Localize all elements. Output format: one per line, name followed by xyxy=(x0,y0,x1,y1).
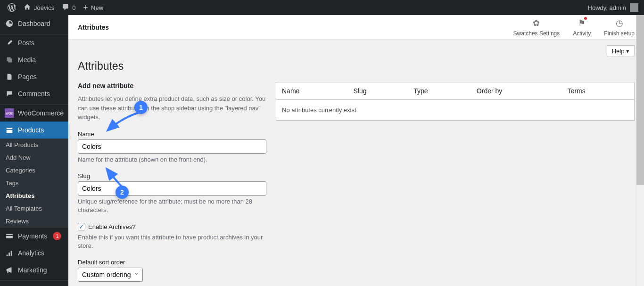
comments-count: 0 xyxy=(72,4,75,11)
empty-message: No attributes currently exist. xyxy=(276,100,635,121)
menu-pages[interactable]: Pages xyxy=(0,68,68,85)
new-link[interactable]: + New xyxy=(80,0,107,15)
swatches-settings-button[interactable]: ✿ Swatches Settings xyxy=(513,18,560,37)
annotation-badge-2: 2 xyxy=(116,186,129,199)
media-icon xyxy=(5,55,14,65)
submenu-reviews[interactable]: Reviews xyxy=(0,215,68,228)
menu-posts[interactable]: Posts xyxy=(0,34,68,51)
menu-products[interactable]: Products xyxy=(0,122,68,139)
avatar[interactable] xyxy=(630,3,638,12)
action-label: Swatches Settings xyxy=(513,30,560,37)
menu-woocommerce[interactable]: woo WooCommerce xyxy=(0,105,68,122)
sort-select[interactable]: Custom ordering xyxy=(78,268,143,282)
menu-payments[interactable]: Payments 1 xyxy=(0,228,68,245)
products-icon xyxy=(5,125,14,135)
breadcrumb: Attributes xyxy=(78,24,109,31)
admin-sidebar: Dashboard Posts Media Pages Comments woo… xyxy=(0,0,68,286)
submenu-add-new[interactable]: Add New xyxy=(0,151,68,164)
help-label: Help xyxy=(612,48,625,55)
comments-icon xyxy=(5,89,14,98)
menu-label: Analytics xyxy=(18,249,44,257)
pin-icon xyxy=(5,38,14,48)
action-label: Finish setup xyxy=(604,30,635,37)
page-header: Attributes ✿ Swatches Settings ⚑ Activit… xyxy=(68,15,644,40)
scrollbar[interactable] xyxy=(636,15,644,286)
submenu-categories[interactable]: Categories xyxy=(0,164,68,177)
payments-badge: 1 xyxy=(53,232,61,240)
products-submenu: All Products Add New Categories Tags Att… xyxy=(0,139,68,228)
gear-icon: ✿ xyxy=(533,18,540,28)
menu-label: Media xyxy=(18,56,36,64)
menu-label: Pages xyxy=(18,73,37,81)
menu-marketing[interactable]: Marketing xyxy=(0,261,68,278)
name-input[interactable] xyxy=(78,139,266,154)
payments-icon xyxy=(5,231,14,241)
slug-input[interactable] xyxy=(78,181,266,196)
wordpress-icon xyxy=(8,3,16,12)
wp-logo[interactable] xyxy=(4,0,20,15)
annotation-badge-1: 1 xyxy=(134,101,148,114)
svg-rect-1 xyxy=(6,235,13,236)
site-link[interactable]: Joevics xyxy=(20,0,58,15)
col-name[interactable]: Name xyxy=(276,82,348,100)
main-content: Attributes ✿ Swatches Settings ⚑ Activit… xyxy=(68,0,644,286)
menu-label: Products xyxy=(18,126,44,134)
submenu-all-products[interactable]: All Products xyxy=(0,139,68,151)
site-name: Joevics xyxy=(34,4,54,11)
dashboard-icon xyxy=(5,19,14,28)
submenu-attributes[interactable]: Attributes xyxy=(0,189,68,202)
finish-setup-button[interactable]: ◷ Finish setup xyxy=(604,18,635,37)
chevron-down-icon: ▾ xyxy=(626,48,629,55)
analytics-icon xyxy=(5,248,14,258)
sort-label: Default sort order xyxy=(78,259,266,266)
menu-dashboard[interactable]: Dashboard xyxy=(0,15,68,32)
attributes-table: Name Slug Type Order by Terms No attribu… xyxy=(276,82,635,121)
comments-link[interactable]: 0 xyxy=(58,0,79,15)
menu-comments[interactable]: Comments xyxy=(0,85,68,102)
new-label: New xyxy=(91,4,103,11)
admin-bar: Joevics 0 + New Howdy, admin xyxy=(0,0,644,15)
scrollbar-thumb[interactable] xyxy=(636,15,644,185)
menu-label: WooCommerce xyxy=(18,109,64,117)
enable-archives-label: Enable Archives? xyxy=(88,223,135,230)
marketing-icon xyxy=(5,265,14,275)
name-label: Name xyxy=(78,131,266,138)
menu-label: Dashboard xyxy=(18,20,50,27)
help-tab[interactable]: Help ▾ xyxy=(607,45,635,57)
enable-archives-checkbox[interactable]: ✓ xyxy=(78,223,85,230)
col-type[interactable]: Type xyxy=(408,82,471,100)
clock-icon: ◷ xyxy=(616,18,623,28)
col-slug[interactable]: Slug xyxy=(347,82,408,100)
menu-label: Payments xyxy=(18,232,47,240)
action-label: Activity xyxy=(573,30,591,37)
pages-icon xyxy=(5,72,14,82)
notification-dot xyxy=(584,17,587,20)
howdy-text[interactable]: Howdy, admin xyxy=(588,4,626,11)
home-icon xyxy=(24,3,31,12)
activity-button[interactable]: ⚑ Activity xyxy=(573,18,591,37)
slug-label: Slug xyxy=(78,172,266,180)
menu-media[interactable]: Media xyxy=(0,51,68,68)
comment-icon xyxy=(62,3,69,12)
col-order[interactable]: Order by xyxy=(471,82,562,100)
plus-icon: + xyxy=(83,3,89,13)
woo-icon: woo xyxy=(5,108,14,118)
table-header-row: Name Slug Type Order by Terms xyxy=(276,82,635,100)
name-help: Name for the attribute (shown on the fro… xyxy=(78,155,266,164)
col-terms[interactable]: Terms xyxy=(562,82,635,100)
submenu-tags[interactable]: Tags xyxy=(0,177,68,189)
submenu-all-templates[interactable]: All Templates xyxy=(0,202,68,215)
menu-label: Posts xyxy=(18,39,34,47)
archives-help: Enable this if you want this attribute t… xyxy=(78,233,266,250)
add-new-heading: Add new attribute xyxy=(78,82,266,90)
menu-label: Comments xyxy=(18,90,50,98)
menu-analytics[interactable]: Analytics xyxy=(0,245,68,261)
menu-label: Marketing xyxy=(18,266,47,274)
add-attribute-form: Add new attribute Attributes let you def… xyxy=(78,82,266,286)
intro-text: Attributes let you define extra product … xyxy=(78,94,266,122)
page-title: Attributes xyxy=(78,60,635,73)
slug-help: Unique slug/reference for the attribute;… xyxy=(78,197,266,214)
menu-appearance[interactable]: Appearance xyxy=(0,281,68,286)
table-empty-row: No attributes currently exist. xyxy=(276,100,635,121)
